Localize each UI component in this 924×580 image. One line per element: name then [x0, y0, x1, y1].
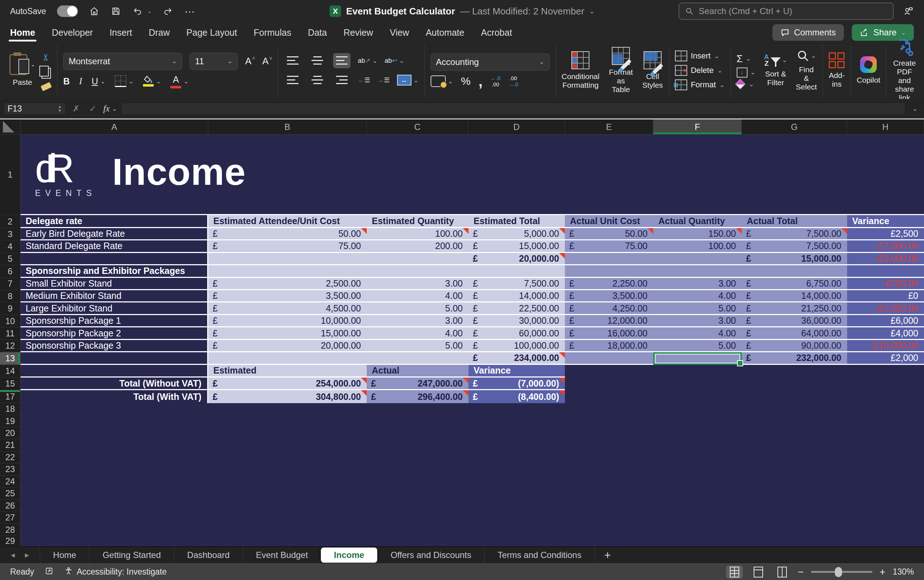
row-header-21[interactable]: 21	[0, 439, 21, 451]
copy-icon[interactable]	[41, 68, 51, 79]
cell-E8[interactable]: £3,500.00	[565, 290, 653, 302]
wrap-text-button[interactable]: ab↩ ⌄	[385, 58, 404, 64]
cell-G17[interactable]	[742, 390, 847, 403]
column-header-H[interactable]: H	[847, 119, 924, 135]
cell-A8[interactable]: Medium Exhibitor Stand	[21, 290, 208, 302]
status-indicator-icon[interactable]	[45, 567, 53, 577]
empty-row-27[interactable]	[21, 512, 924, 524]
name-box[interactable]: F13 ▲▼	[3, 102, 66, 115]
cell-D14[interactable]: Variance	[468, 365, 565, 377]
empty-row-21[interactable]	[21, 439, 924, 451]
row-header-13[interactable]: 13	[0, 352, 21, 364]
empty-row-24[interactable]	[21, 476, 924, 488]
row-header-28[interactable]: 28	[0, 524, 21, 536]
autosum-button[interactable]: Σ⌄	[737, 53, 756, 64]
cell-E14[interactable]	[565, 365, 653, 377]
cell-C5[interactable]	[367, 253, 468, 265]
ribbon-tab-data[interactable]: Data	[308, 28, 327, 38]
cell-A5[interactable]	[21, 253, 208, 265]
conditional-formatting-button[interactable]: ConditionalFormatting	[562, 51, 600, 89]
row-header-14[interactable]: 14	[0, 365, 21, 377]
percent-format-button[interactable]: %	[461, 75, 471, 87]
undo-chevron-icon[interactable]: ⌄	[147, 8, 152, 15]
cell-D3[interactable]: £5,000.00	[468, 228, 565, 241]
cell-H10[interactable]: £6,000	[847, 315, 924, 327]
cell-E4[interactable]: £75.00	[565, 241, 653, 253]
cell-C11[interactable]: 4.00	[367, 327, 468, 339]
zoom-slider-thumb[interactable]	[835, 567, 842, 577]
cell-F8[interactable]: 4.00	[653, 290, 742, 302]
cut-icon[interactable]: ✂	[41, 53, 52, 61]
cell-E10[interactable]: £12,000.00	[565, 315, 653, 327]
cell-G4[interactable]: £7,500.00	[742, 241, 847, 253]
cell-B10[interactable]: £10,000.00	[208, 315, 367, 327]
borders-chevron-icon[interactable]: ⌄	[128, 77, 133, 85]
orientation-button[interactable]: ab↗ ⌄	[358, 58, 377, 64]
document-title-group[interactable]: X Event Budget Calculator — Last Modifie…	[329, 5, 595, 17]
format-painter-icon[interactable]	[40, 82, 52, 91]
row-header-7[interactable]: 7	[0, 278, 21, 290]
cell-G5[interactable]: £15,000.00	[742, 253, 847, 265]
cell-G3[interactable]: £7,500.00	[742, 228, 847, 241]
row-header-23[interactable]: 23	[0, 463, 21, 475]
empty-row-22[interactable]	[21, 451, 924, 463]
insert-function-icon[interactable]: fx	[103, 104, 110, 114]
column-header-E[interactable]: E	[565, 119, 653, 135]
cell-G2[interactable]: Actual Total	[742, 215, 847, 228]
cell-E15[interactable]	[565, 377, 653, 390]
decrease-indent-button[interactable]: ←☰	[358, 77, 370, 83]
empty-row-20[interactable]	[21, 427, 924, 439]
row-header-19[interactable]: 19	[0, 415, 21, 427]
cell-G11[interactable]: £64,000.00	[742, 327, 847, 339]
empty-row-25[interactable]	[21, 488, 924, 499]
font-color-chevron-icon[interactable]: ⌄	[183, 77, 188, 85]
cell-E6[interactable]	[565, 265, 653, 278]
cell-F17[interactable]	[653, 390, 742, 403]
formula-bar-expand-icon[interactable]: ⌄	[909, 105, 921, 113]
cell-A6[interactable]: Sponsorship and Exhibitor Packages	[21, 265, 208, 278]
merge-chevron-icon[interactable]: ⌄	[413, 76, 419, 84]
currency-format-icon[interactable]	[431, 76, 446, 87]
cell-B6[interactable]	[208, 265, 367, 278]
cell-G6[interactable]	[742, 265, 847, 278]
formula-input[interactable]	[121, 102, 905, 115]
number-format-select[interactable]: Accounting ⌄	[431, 53, 550, 71]
cell-A4[interactable]: Standard Delegate Rate	[21, 241, 208, 253]
column-header-C[interactable]: C	[367, 119, 468, 135]
cell-D11[interactable]: £60,000.00	[468, 327, 565, 339]
cell-A12[interactable]: Sponsorship Package 3	[21, 340, 208, 352]
empty-row-29[interactable]	[21, 536, 924, 546]
row-header-5[interactable]: 5	[0, 253, 21, 265]
cell-E7[interactable]: £2,250.00	[565, 278, 653, 290]
empty-row-19[interactable]	[21, 415, 924, 427]
cell-A10[interactable]: Sponsorship Package 1	[21, 315, 208, 327]
ribbon-tab-acrobat[interactable]: Acrobat	[481, 28, 512, 38]
cell-A2[interactable]: Delegate rate	[21, 215, 208, 228]
cell-F11[interactable]: 4.00	[653, 327, 742, 339]
more-commands-icon[interactable]: …	[184, 3, 196, 15]
cancel-formula-icon[interactable]: ✗	[70, 104, 82, 114]
cell-C10[interactable]: 3.00	[367, 315, 468, 327]
cell-B9[interactable]: £4,500.00	[208, 302, 367, 315]
cell-C8[interactable]: 4.00	[367, 290, 468, 302]
cell-A15[interactable]: Total (Without VAT)	[21, 377, 208, 390]
people-feedback-icon[interactable]	[903, 6, 914, 16]
cell-E11[interactable]: £16,000.00	[565, 327, 653, 339]
cell-B2[interactable]: Estimated Attendee/Unit Cost	[208, 215, 367, 228]
save-icon[interactable]	[110, 6, 121, 16]
cell-H9[interactable]: -£1,250.00	[847, 302, 924, 315]
bold-button[interactable]: B	[63, 76, 70, 87]
format-cells-button[interactable]: ⊞Format⌄	[675, 79, 725, 90]
confirm-formula-icon[interactable]: ✓	[87, 104, 99, 114]
increase-indent-button[interactable]: →☰	[377, 77, 389, 83]
row-header-18[interactable]: 18	[0, 403, 21, 415]
cell-H14[interactable]	[847, 365, 924, 377]
home-icon[interactable]	[89, 6, 100, 16]
empty-row-28[interactable]	[21, 524, 924, 536]
cell-H2[interactable]: Variance	[847, 215, 924, 228]
cell-B17[interactable]: £304,800.00	[208, 390, 367, 403]
cell-C3[interactable]: 100.00	[367, 228, 468, 241]
row-header-1[interactable]: 1	[0, 135, 21, 215]
ribbon-tab-page-layout[interactable]: Page Layout	[186, 28, 237, 38]
cell-D13[interactable]: £234,000.00	[468, 352, 565, 364]
